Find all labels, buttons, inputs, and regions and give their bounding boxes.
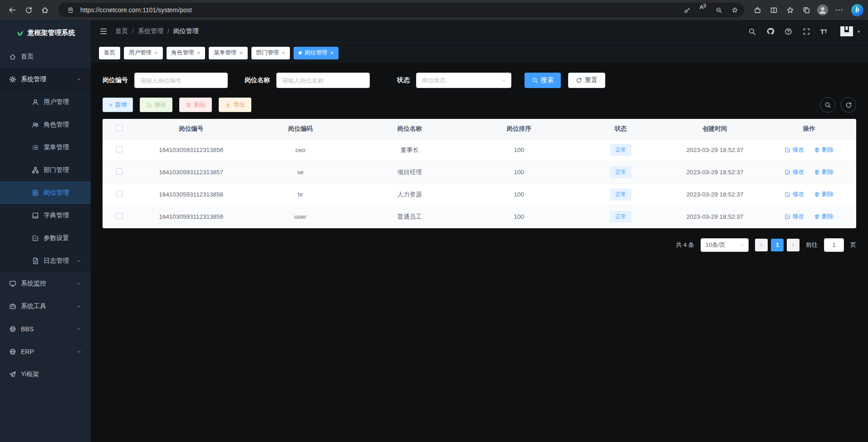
cell-created: 2023-03-29 18:52:37 <box>668 139 762 161</box>
post-name-label: 岗位名称 <box>245 76 270 84</box>
extensions-button[interactable] <box>750 2 765 18</box>
tab-label: 部门管理 <box>256 49 279 57</box>
reset-button[interactable]: 重置 <box>568 73 605 88</box>
fullscreen-button[interactable] <box>802 27 811 36</box>
row-edit-link[interactable]: 修改 <box>785 212 804 221</box>
edit-button[interactable]: 修改 <box>140 98 172 112</box>
profile-button[interactable] <box>815 2 830 18</box>
next-page-button[interactable] <box>787 239 799 251</box>
breadcrumb-system[interactable]: 系统管理 <box>138 27 163 35</box>
search-icon <box>748 28 756 35</box>
sidebar-item-tools[interactable]: 系统工具 <box>0 295 91 318</box>
read-aloud-icon[interactable]: A)) <box>697 4 709 16</box>
goto-page-input[interactable] <box>824 238 844 252</box>
user-avatar-dropdown[interactable]: ▾ <box>838 25 860 38</box>
navbar-actions: TT ▾ <box>748 25 860 38</box>
export-button[interactable]: 导出 <box>219 98 251 112</box>
back-button[interactable] <box>5 2 20 18</box>
refresh-button[interactable] <box>21 2 36 18</box>
site-info-icon[interactable] <box>64 4 76 16</box>
sidebar-item-erp[interactable]: ERP <box>0 340 91 363</box>
sidebar-item-posts[interactable]: 岗位管理 <box>0 182 91 204</box>
bing-logo-icon[interactable]: b <box>851 4 863 16</box>
row-edit-link[interactable]: 修改 <box>785 190 804 198</box>
hamburger-icon <box>99 27 108 35</box>
sidebar-item-yi-framework[interactable]: Yi框架 <box>0 363 91 386</box>
close-icon[interactable]: × <box>197 50 201 56</box>
row-checkbox[interactable] <box>116 146 123 152</box>
search-icon <box>532 77 538 83</box>
split-screen-button[interactable] <box>766 2 781 18</box>
edit-link-label: 修改 <box>792 146 804 154</box>
sidebar-item-system[interactable]: 系统管理 <box>0 68 91 91</box>
row-delete-link[interactable]: 删除 <box>814 146 834 154</box>
status-select[interactable]: 岗位状态 <box>416 73 511 88</box>
sidebar-item-roles[interactable]: 角色管理 <box>0 113 91 136</box>
row-edit-link[interactable]: 修改 <box>785 146 804 154</box>
row-delete-link[interactable]: 删除 <box>814 190 834 198</box>
sidebar-item-dictionary[interactable]: 字典管理 <box>0 204 91 227</box>
select-all-checkbox[interactable] <box>116 125 123 131</box>
app-logo[interactable]: 意框架管理系统 <box>0 20 91 45</box>
cell-created: 2023-03-29 18:52:37 <box>668 183 762 206</box>
add-button[interactable]: + 新增 <box>103 98 133 112</box>
tab-home[interactable]: 首页 <box>99 47 120 59</box>
tab-user-management[interactable]: 用户管理 × <box>124 47 163 59</box>
sidebar-item-departments[interactable]: 部门管理 <box>0 159 91 182</box>
sidebar-item-bbs[interactable]: BBS <box>0 318 91 340</box>
sidebar-item-monitoring[interactable]: 系统监控 <box>0 272 91 295</box>
close-icon[interactable]: × <box>330 50 333 56</box>
post-name-input[interactable] <box>276 73 370 88</box>
sidebar-item-parameters[interactable]: 参数设置 <box>0 227 91 250</box>
font-size-button[interactable]: TT <box>820 27 827 36</box>
row-checkbox[interactable] <box>116 168 123 175</box>
tab-department-management[interactable]: 部门管理 × <box>251 47 290 59</box>
collapse-sidebar-button[interactable] <box>99 27 108 36</box>
post-code-input[interactable] <box>134 73 228 88</box>
sidebar-item-menus[interactable]: 菜单管理 <box>0 136 91 159</box>
tab-role-management[interactable]: 角色管理 × <box>167 47 206 59</box>
close-icon[interactable]: × <box>239 50 243 56</box>
sidebar-item-logs[interactable]: 日志管理 <box>0 250 91 272</box>
delete-button[interactable]: 删除 <box>179 98 212 112</box>
page-size-value: 10条/页 <box>706 241 726 249</box>
refresh-table-button[interactable] <box>841 97 856 113</box>
toggle-search-button[interactable] <box>820 97 835 113</box>
sidebar-item-users[interactable]: 用户管理 <box>0 91 91 113</box>
row-delete-link[interactable]: 删除 <box>814 212 834 221</box>
add-favorite-star-icon[interactable] <box>729 4 740 16</box>
page-number-button[interactable]: 1 <box>771 239 784 251</box>
row-delete-link[interactable]: 删除 <box>814 168 834 176</box>
help-button[interactable] <box>784 27 793 36</box>
close-icon[interactable]: × <box>154 50 158 56</box>
zoom-icon[interactable] <box>713 4 725 16</box>
edit-icon <box>785 169 790 175</box>
sidebar-item-home[interactable]: 首页 <box>0 45 91 68</box>
prev-page-button[interactable] <box>755 239 768 251</box>
search-button[interactable]: 搜索 <box>525 73 561 88</box>
cell-post-id: 1641030593112313858 <box>137 183 246 206</box>
row-edit-link[interactable]: 修改 <box>785 168 804 176</box>
settings-more-button[interactable]: ⋯ <box>831 2 847 18</box>
tab-post-management[interactable]: 岗位管理 × <box>294 47 338 59</box>
github-button[interactable] <box>766 27 775 36</box>
page-size-select[interactable]: 10条/页 <box>701 238 749 252</box>
url-text[interactable]: https://ccnetcore.com:1101/system/post <box>80 6 677 14</box>
close-icon[interactable]: × <box>282 50 285 56</box>
row-checkbox[interactable] <box>116 191 123 197</box>
page-buttons: 1 <box>755 239 799 251</box>
sidebar-item-label: 系统工具 <box>21 302 46 310</box>
collections-button[interactable] <box>799 2 814 18</box>
user-avatar-logo <box>838 25 855 38</box>
breadcrumb-home[interactable]: 首页 <box>115 27 128 35</box>
passwords-key-icon[interactable] <box>681 4 693 16</box>
header-search-button[interactable] <box>748 27 757 36</box>
favorites-button[interactable] <box>782 2 798 18</box>
home-button[interactable] <box>37 2 53 18</box>
edit-button-label: 修改 <box>154 101 166 109</box>
row-checkbox[interactable] <box>116 213 123 219</box>
tab-menu-management[interactable]: 菜单管理 × <box>209 47 248 59</box>
cell-post-name: 人力资源 <box>355 183 464 206</box>
address-bar[interactable]: https://ccnetcore.com:1101/system/post A… <box>58 3 744 17</box>
goto-label: 前往 <box>806 241 818 249</box>
